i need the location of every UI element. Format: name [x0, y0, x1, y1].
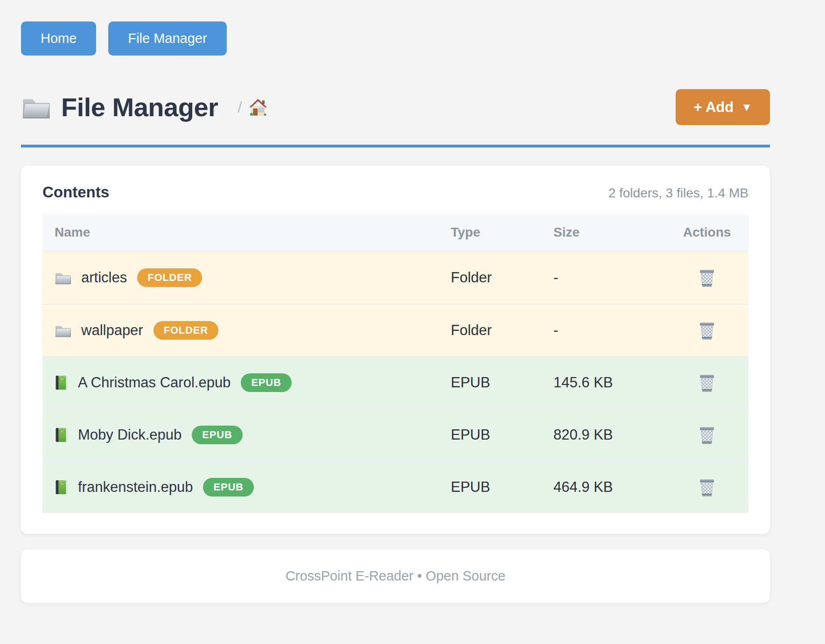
delete-button[interactable]	[697, 319, 717, 342]
breadcrumb-separator: /	[238, 98, 242, 116]
type-badge: FOLDER	[137, 268, 202, 287]
file-name[interactable]: articles	[81, 269, 127, 286]
caret-down-icon: ▼	[741, 102, 752, 113]
column-header-name: Name	[42, 225, 451, 240]
size-cell: 820.9 KB	[553, 427, 665, 443]
type-cell: EPUB	[451, 427, 553, 443]
trash-icon	[699, 321, 715, 340]
contents-card-header: Contents 2 folders, 3 files, 1.4 MB	[42, 183, 748, 201]
table-row: articles FOLDER Folder -	[42, 252, 748, 304]
name-cell: wallpaper FOLDER	[42, 321, 451, 340]
type-badge: EPUB	[203, 478, 253, 497]
size-cell: -	[553, 269, 665, 286]
type-cell: Folder	[451, 322, 553, 339]
page-title: File Manager	[61, 92, 218, 122]
size-cell: -	[553, 322, 665, 339]
table-row: A Christmas Carol.epub EPUB EPUB 145.6 K…	[42, 356, 748, 408]
delete-button[interactable]	[697, 476, 717, 499]
file-table: Name Type Size Actions	[42, 214, 748, 513]
trash-icon	[699, 477, 715, 497]
title-wrap: File Manager /	[21, 92, 267, 122]
trash-icon	[699, 268, 715, 287]
file-name[interactable]: wallpaper	[81, 322, 143, 339]
book-icon	[55, 375, 69, 391]
type-badge: EPUB	[192, 426, 242, 444]
book-icon	[55, 479, 69, 495]
type-cell: EPUB	[451, 479, 553, 496]
contents-summary: 2 folders, 3 files, 1.4 MB	[608, 186, 748, 201]
file-name[interactable]: frankenstein.epub	[78, 479, 193, 496]
type-cell: Folder	[451, 269, 553, 286]
name-cell: Moby Dick.epub EPUB	[42, 426, 451, 444]
contents-heading: Contents	[42, 183, 109, 201]
table-body: articles FOLDER Folder -	[42, 252, 748, 513]
actions-cell	[665, 266, 748, 289]
file-name[interactable]: A Christmas Carol.epub	[78, 374, 231, 391]
folder-icon	[55, 323, 72, 338]
actions-cell	[665, 423, 748, 447]
header-divider	[21, 145, 770, 147]
table-header-row: Name Type Size Actions	[42, 214, 748, 252]
column-header-actions: Actions	[665, 225, 748, 240]
delete-button[interactable]	[697, 266, 717, 289]
column-header-size: Size	[553, 225, 665, 240]
page-header: File Manager / + Add ▼	[21, 89, 770, 125]
footer-card: CrossPoint E-Reader • Open Source	[21, 549, 770, 603]
book-icon	[55, 427, 69, 443]
open-folder-icon	[21, 95, 52, 120]
name-cell: A Christmas Carol.epub EPUB	[42, 373, 451, 392]
footer-text: CrossPoint E-Reader • Open Source	[286, 568, 505, 584]
name-cell: frankenstein.epub EPUB	[42, 478, 451, 497]
top-nav: Home File Manager	[21, 21, 770, 56]
breadcrumb: /	[238, 98, 267, 116]
name-cell: articles FOLDER	[42, 268, 451, 287]
column-header-type: Type	[451, 225, 553, 240]
type-badge: FOLDER	[154, 321, 218, 340]
size-cell: 464.9 KB	[553, 479, 665, 496]
contents-card: Contents 2 folders, 3 files, 1.4 MB Name…	[21, 166, 770, 534]
delete-button[interactable]	[697, 423, 717, 447]
nav-home-button[interactable]: Home	[21, 21, 96, 56]
folder-icon	[55, 271, 72, 285]
file-name[interactable]: Moby Dick.epub	[78, 427, 182, 443]
delete-button[interactable]	[697, 371, 717, 394]
table-row: Moby Dick.epub EPUB EPUB 820.9 KB	[42, 408, 748, 461]
add-button-label: + Add	[693, 100, 734, 114]
actions-cell	[665, 371, 748, 394]
trash-icon	[699, 373, 715, 392]
table-row: wallpaper FOLDER Folder -	[42, 304, 748, 356]
actions-cell	[665, 319, 748, 342]
size-cell: 145.6 KB	[553, 374, 665, 391]
actions-cell	[665, 476, 748, 499]
home-icon[interactable]	[249, 98, 267, 116]
type-cell: EPUB	[451, 374, 553, 391]
type-badge: EPUB	[241, 373, 291, 392]
trash-icon	[699, 425, 715, 445]
table-row: frankenstein.epub EPUB EPUB 464.9 KB	[42, 461, 748, 513]
nav-file-manager-button[interactable]: File Manager	[108, 21, 226, 56]
add-button[interactable]: + Add ▼	[676, 89, 770, 125]
page: Home File Manager File Manager /	[21, 0, 770, 603]
